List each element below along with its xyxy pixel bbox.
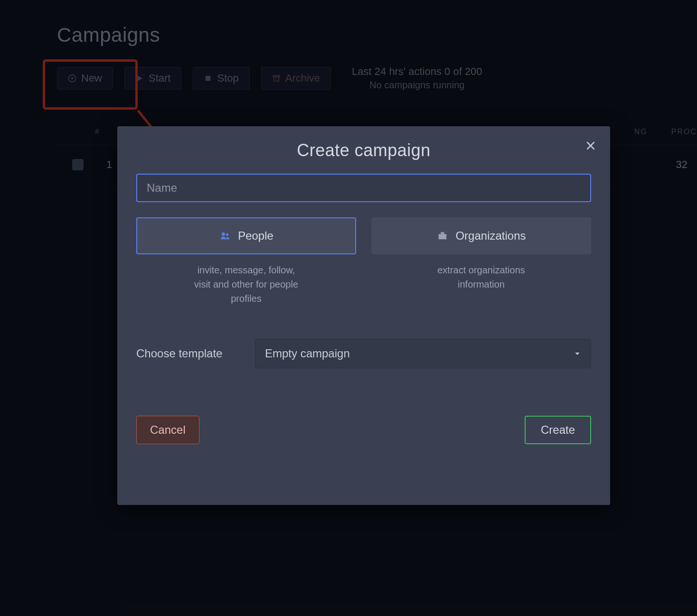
- template-selected-value: Empty campaign: [265, 347, 350, 360]
- type-people-button[interactable]: People: [136, 217, 356, 254]
- template-label: Choose template: [136, 347, 241, 360]
- people-icon: [219, 231, 231, 241]
- svg-rect-13: [439, 234, 447, 239]
- close-button[interactable]: [584, 140, 597, 154]
- briefcase-icon: [436, 231, 449, 241]
- type-people-description: invite, message, follow, visit and other…: [136, 263, 356, 306]
- campaign-name-input[interactable]: [136, 174, 591, 202]
- close-icon: [584, 140, 597, 152]
- svg-point-11: [222, 233, 225, 236]
- type-people-label: People: [238, 229, 273, 243]
- type-organizations-button[interactable]: Organizations: [371, 217, 591, 254]
- svg-point-12: [226, 233, 229, 236]
- create-button-label: Create: [541, 423, 575, 437]
- modal-title: Create campaign: [136, 140, 591, 160]
- modal-footer: Cancel Create: [136, 416, 591, 444]
- chevron-down-icon: [574, 350, 581, 357]
- template-row: Choose template Empty campaign: [136, 339, 591, 368]
- template-select[interactable]: Empty campaign: [255, 339, 591, 368]
- type-organizations-label: Organizations: [455, 229, 526, 243]
- type-organizations-description: extract organizations information: [371, 263, 591, 291]
- create-button[interactable]: Create: [525, 416, 591, 444]
- cancel-button-label: Cancel: [150, 423, 186, 437]
- campaign-type-row: People invite, message, follow, visit an…: [136, 217, 591, 306]
- create-campaign-modal: Create campaign People invite, message, …: [117, 126, 610, 505]
- cancel-button[interactable]: Cancel: [136, 416, 199, 444]
